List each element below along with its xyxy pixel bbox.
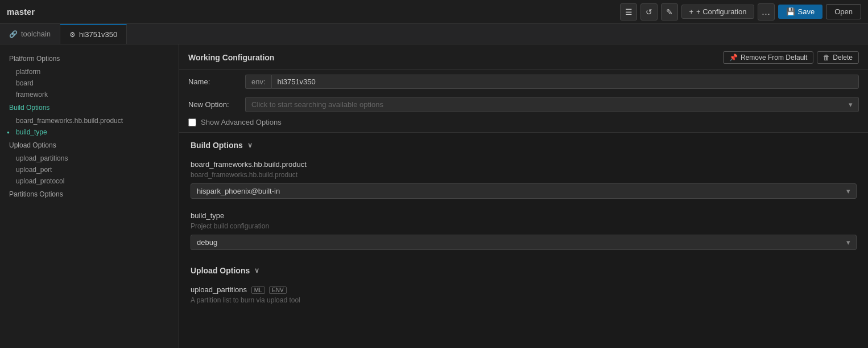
upload-partitions-desc: A partition list to burn via upload tool — [191, 296, 857, 304]
sidebar-item-upload-partitions[interactable]: upload_partitions — [0, 153, 179, 164]
trash-icon: 🗑 — [823, 54, 830, 62]
new-option-chevron-icon: ▾ — [849, 100, 853, 109]
tab-toolchain-label: toolchain — [21, 30, 51, 38]
topbar-title: master — [7, 7, 35, 17]
upload-options-section-label: Upload Options — [191, 266, 250, 275]
refresh-icon-button[interactable]: ↺ — [640, 3, 658, 21]
upload-options-chevron-icon: ∨ — [254, 267, 259, 275]
edit-icon-button[interactable]: ✎ — [661, 3, 678, 21]
board-frameworks-option-desc: board_frameworks.hb.build.product — [191, 171, 857, 179]
sidebar-upload-options-label: Upload Options — [9, 141, 56, 149]
working-config-title: Working Configuration — [188, 53, 274, 62]
sidebar-item-upload-options[interactable]: Upload Options — [0, 138, 179, 153]
build-type-value: debug — [197, 238, 846, 247]
tab-toolchain[interactable]: 🔗 toolchain — [0, 24, 60, 44]
build-type-option-desc: Project build configuration — [191, 222, 857, 230]
tab-hi3751v350-label: hi3751v350 — [79, 30, 117, 39]
content-top: Working Configuration 📌 Remove From Defa… — [179, 44, 868, 133]
pin-icon: 📌 — [729, 54, 738, 62]
more-button[interactable]: … — [758, 3, 775, 21]
board-frameworks-select[interactable]: hispark_phoenix@built-in ▾ — [191, 183, 857, 199]
content-inner: Build Options ∨ board_frameworks.hb.buil… — [179, 133, 868, 328]
sidebar-item-framework[interactable]: framework — [0, 89, 179, 100]
remove-btn-label: Remove From Default — [741, 54, 807, 62]
new-option-select[interactable]: Click to start searching available optio… — [245, 97, 859, 112]
show-advanced-checkbox[interactable] — [188, 118, 196, 126]
sidebar-item-upload-protocol[interactable]: upload_protocol — [0, 175, 179, 187]
delete-btn-label: Delete — [833, 54, 853, 62]
build-type-arrow-icon: ▾ — [846, 238, 850, 247]
build-type-option: build_type Project build configuration d… — [179, 207, 868, 258]
sidebar-item-platform-options[interactable]: Platform Options — [0, 51, 179, 66]
sidebar-item-upload-port[interactable]: upload_port — [0, 164, 179, 175]
sidebar-partitions-options-label: Partitions Options — [9, 190, 63, 198]
config-btn-label: + Configuration — [696, 7, 747, 16]
working-config-actions: 📌 Remove From Default 🗑 Delete — [723, 51, 859, 64]
name-input-wrap: env: hi3751v350 — [245, 75, 859, 89]
configuration-button[interactable]: + + Configuration — [681, 5, 754, 19]
new-option-row: New Option: Click to start searching ava… — [179, 93, 868, 116]
content-area: Working Configuration 📌 Remove From Defa… — [179, 44, 868, 348]
sidebar-item-board-frameworks[interactable]: board_frameworks.hb.build.product — [0, 115, 179, 126]
build-options-section-label: Build Options — [191, 141, 243, 150]
board-frameworks-arrow-icon: ▾ — [846, 187, 850, 195]
main-layout: Platform Options platform board framewor… — [0, 44, 868, 348]
upload-partitions-option-name: upload_partitions ML ENV — [191, 285, 857, 294]
advanced-row: Show Advanced Options — [179, 116, 868, 132]
sidebar-platform-options-label: Platform Options — [9, 55, 60, 63]
build-type-select[interactable]: debug ▾ — [191, 235, 857, 250]
sidebar: Platform Options platform board framewor… — [0, 44, 179, 348]
new-option-label: New Option: — [188, 100, 239, 109]
remove-from-default-button[interactable]: 📌 Remove From Default — [723, 51, 813, 64]
tab-hi3751v350[interactable]: ⚙ hi3751v350 — [60, 24, 127, 44]
hi3751v350-tab-icon: ⚙ — [69, 31, 76, 39]
open-button[interactable]: Open — [826, 4, 861, 19]
build-type-option-name: build_type — [191, 211, 857, 220]
topbar-actions: ☰ ↺ ✎ + + Configuration … 💾 Save Open — [620, 3, 861, 21]
sidebar-item-partitions-options[interactable]: Partitions Options — [0, 187, 179, 202]
save-label: Save — [798, 7, 815, 16]
sidebar-item-build-options[interactable]: Build Options — [0, 100, 179, 115]
name-row: Name: env: hi3751v350 — [179, 70, 868, 93]
sidebar-item-board[interactable]: board — [0, 77, 179, 89]
board-frameworks-option-name: board_frameworks.hb.build.product — [191, 160, 857, 169]
name-label: Name: — [188, 77, 239, 86]
save-button[interactable]: 💾 Save — [778, 5, 823, 19]
delete-button[interactable]: 🗑 Delete — [817, 51, 859, 64]
save-icon: 💾 — [786, 7, 795, 16]
sidebar-item-build-type[interactable]: build_type — [0, 126, 179, 138]
name-prefix: env: — [245, 75, 271, 89]
build-options-section-header[interactable]: Build Options ∨ — [179, 133, 868, 155]
env-badge: ENV — [269, 286, 287, 294]
tabs-bar: 🔗 toolchain ⚙ hi3751v350 — [0, 24, 868, 44]
name-value-input[interactable]: hi3751v350 — [271, 75, 859, 89]
plus-icon: + — [689, 7, 693, 16]
show-advanced-label: Show Advanced Options — [201, 118, 282, 126]
board-frameworks-value: hispark_phoenix@built-in — [197, 187, 846, 195]
sidebar-item-platform[interactable]: platform — [0, 66, 179, 77]
build-options-chevron-icon: ∨ — [247, 141, 253, 149]
toolchain-tab-icon: 🔗 — [9, 30, 18, 38]
topbar: master ☰ ↺ ✎ + + Configuration … 💾 Save … — [0, 0, 868, 24]
list-icon-button[interactable]: ☰ — [620, 3, 637, 21]
board-frameworks-option: board_frameworks.hb.build.product board_… — [179, 155, 868, 207]
working-config-header: Working Configuration 📌 Remove From Defa… — [179, 44, 868, 70]
new-option-placeholder: Click to start searching available optio… — [251, 100, 383, 109]
ml-badge: ML — [251, 286, 265, 294]
upload-partitions-option: upload_partitions ML ENV A partition lis… — [179, 281, 868, 317]
sidebar-build-options-label: Build Options — [9, 104, 49, 112]
upload-options-section-header[interactable]: Upload Options ∨ — [179, 258, 868, 281]
